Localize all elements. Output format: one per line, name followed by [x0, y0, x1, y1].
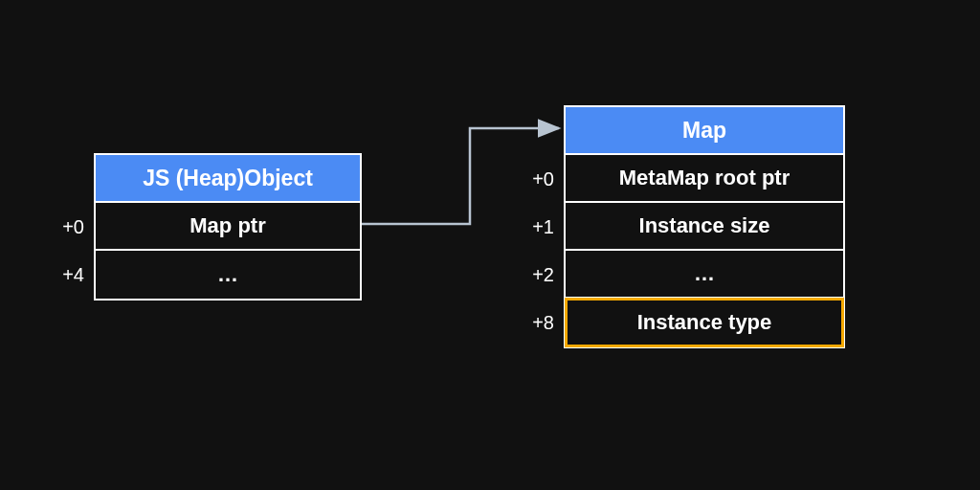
- offset-label: +4: [46, 264, 84, 286]
- struct-jsheapobject: JS (Heap)Object Map ptr …: [94, 153, 362, 301]
- struct-header: JS (Heap)Object: [96, 155, 360, 203]
- struct-row-highlight: Instance type: [566, 299, 843, 346]
- offset-label: +0: [46, 216, 84, 238]
- offset-label: +0: [516, 168, 554, 190]
- struct-row: Instance size: [566, 203, 843, 251]
- struct-row: …: [96, 251, 360, 299]
- offset-label: +2: [516, 264, 554, 286]
- offset-label: +8: [516, 312, 554, 334]
- struct-header: Map: [566, 107, 843, 155]
- struct-row: Map ptr: [96, 203, 360, 251]
- struct-row: MetaMap root ptr: [566, 155, 843, 203]
- offset-label: +1: [516, 216, 554, 238]
- struct-map: Map MetaMap root ptr Instance size … Ins…: [564, 105, 845, 348]
- struct-row: …: [566, 251, 843, 299]
